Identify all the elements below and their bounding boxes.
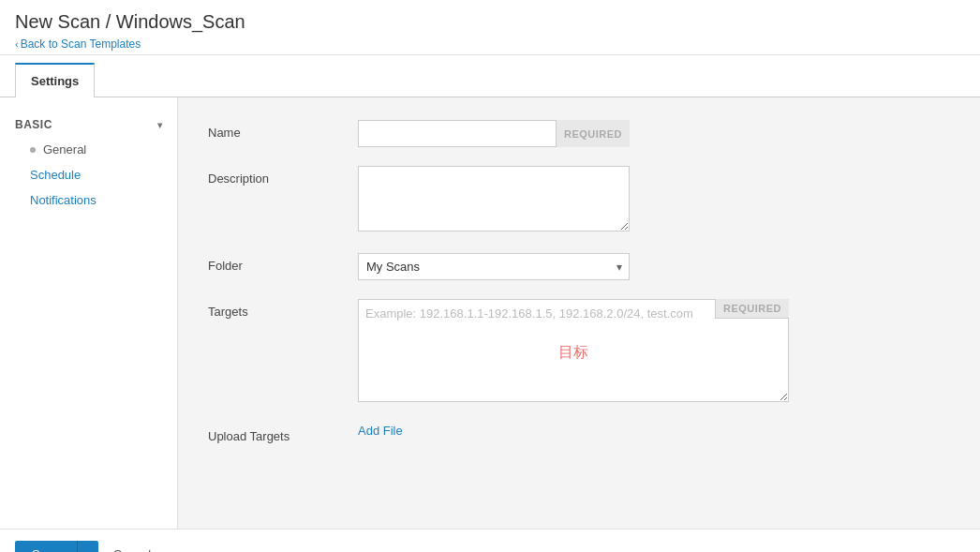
name-input-wrap: REQUIRED xyxy=(358,120,630,147)
name-input[interactable] xyxy=(358,120,630,147)
folder-label: Folder xyxy=(208,253,358,273)
cancel-button[interactable]: Cancel xyxy=(110,541,155,552)
save-button-group: Save ▾ xyxy=(15,541,98,552)
sidebar-item-label-general: General xyxy=(43,142,86,157)
targets-control: REQUIRED Example: 192.168.1.1-192.168.1.… xyxy=(358,299,950,405)
page-title: New Scan / Windows_Scan xyxy=(15,11,965,33)
sidebar-item-label-schedule: Schedule xyxy=(30,168,81,182)
save-dropdown-button[interactable]: ▾ xyxy=(77,541,98,552)
sidebar-item-general[interactable]: General xyxy=(11,137,166,162)
back-link[interactable]: ‹Back to Scan Templates xyxy=(15,37,141,51)
description-row: Description xyxy=(208,166,950,234)
targets-label: Targets xyxy=(208,299,358,319)
save-dropdown-icon: ▾ xyxy=(85,548,91,552)
sidebar-item-label-notifications: Notifications xyxy=(30,193,97,207)
name-row: Name REQUIRED xyxy=(208,120,950,147)
upload-targets-label: Upload Targets xyxy=(208,424,358,443)
upload-targets-control: Add File xyxy=(358,424,950,438)
name-label: Name xyxy=(208,120,358,140)
add-file-link[interactable]: Add File xyxy=(358,424,403,438)
targets-input[interactable] xyxy=(358,299,789,402)
sidebar-chevron-icon: ▾ xyxy=(157,120,163,130)
description-label: Description xyxy=(208,166,358,186)
bullet-icon xyxy=(30,147,36,153)
description-control xyxy=(358,166,950,234)
footer-bar: Save ▾ Cancel xyxy=(0,529,980,552)
name-control: REQUIRED xyxy=(358,120,950,147)
sidebar-section-label: BASIC xyxy=(15,118,52,131)
sidebar-item-schedule[interactable]: Schedule xyxy=(11,162,166,187)
folder-select-wrap: My Scans ▾ xyxy=(358,253,630,280)
page-header: New Scan / Windows_Scan ‹Back to Scan Te… xyxy=(0,0,980,55)
description-input[interactable] xyxy=(358,166,630,231)
sidebar-section-header-basic[interactable]: BASIC ▾ xyxy=(11,112,166,137)
targets-row: Targets REQUIRED Example: 192.168.1.1-19… xyxy=(208,299,950,405)
folder-control: My Scans ▾ xyxy=(358,253,950,280)
tabs-bar: Settings xyxy=(0,63,980,97)
main-content: BASIC ▾ General Schedule Notifications N… xyxy=(0,97,980,529)
folder-row: Folder My Scans ▾ xyxy=(208,253,950,280)
folder-select[interactable]: My Scans xyxy=(358,253,630,280)
form-area: Name REQUIRED Description Folder My Scan… xyxy=(178,97,980,529)
save-button[interactable]: Save xyxy=(15,541,77,552)
sidebar-item-notifications[interactable]: Notifications xyxy=(11,187,166,213)
upload-targets-row: Upload Targets Add File xyxy=(208,424,950,443)
targets-wrap: REQUIRED Example: 192.168.1.1-192.168.1.… xyxy=(358,299,789,405)
chevron-left-icon: ‹ xyxy=(15,38,19,50)
tab-settings[interactable]: Settings xyxy=(15,63,95,97)
sidebar-basic-section: BASIC ▾ General Schedule Notifications xyxy=(0,112,177,220)
sidebar: BASIC ▾ General Schedule Notifications xyxy=(0,97,178,529)
